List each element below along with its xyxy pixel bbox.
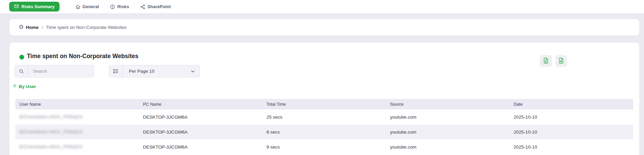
home-icon (75, 4, 81, 10)
breadcrumb-separator: / (42, 25, 43, 30)
chevron-down-icon (190, 69, 195, 74)
nav-tabs: General Risks SharePoint (64, 4, 171, 10)
cell-user-name-blurred: BZCwinbdwks-84O1_P05bQ23 (15, 115, 139, 119)
group-by-user-label: By User (19, 84, 36, 89)
home-icon (19, 24, 24, 31)
top-navbar: Risks Summary General Risks SharePoint (0, 0, 644, 14)
table-header-row: User Name PC Name Total Time Source Date (15, 99, 633, 109)
breadcrumb-home-label: Home (26, 25, 39, 30)
file-pdf-icon (558, 57, 564, 65)
gear-icon (13, 84, 17, 89)
file-excel-icon (543, 57, 549, 65)
table-row: BZCwinbdwks-84O1_P05bQ23 DESKTOP-3JCGM6A… (15, 139, 633, 154)
export-buttons (540, 55, 567, 67)
cell-pc-name: DESKTOP-3JCGM6A (139, 115, 262, 120)
tab-general[interactable]: General (75, 4, 99, 10)
status-dot (19, 55, 24, 59)
numbered-list-icon (109, 65, 123, 77)
breadcrumb-home-link[interactable]: Home (19, 24, 39, 31)
column-header-user-name: User Name (15, 102, 139, 107)
cell-date: 2025-10-10 (510, 144, 633, 150)
breadcrumb: Home / Time spent on Non-Corporate Websi… (10, 19, 639, 35)
cell-total-time: 25 secs (262, 115, 386, 120)
cell-total-time: 6 secs (262, 130, 386, 135)
export-excel-button[interactable] (540, 55, 552, 67)
column-header-pc-name: PC Name (139, 102, 262, 107)
report-panel: Time spent on Non-Corporate Websites Per… (10, 42, 639, 155)
alert-circle-icon (110, 4, 115, 10)
cell-pc-name: DESKTOP-3JCGM6A (139, 130, 262, 135)
cell-source: youtube.com (386, 115, 509, 120)
cell-pc-name: DESKTOP-3JCGM6A (139, 144, 262, 150)
cell-date: 2025-10-10 (510, 130, 633, 135)
column-header-source: Source (386, 102, 509, 107)
group-by-user-link[interactable]: By User (13, 84, 36, 89)
table-row: BZCwinbdwks-84O1_P05bQ23 DESKTOP-3JCGM6A… (15, 109, 633, 124)
cell-total-time: 9 secs (262, 144, 386, 150)
cell-date: 2025-10-10 (510, 115, 633, 120)
column-header-total-time: Total Time (262, 102, 386, 107)
search-box (14, 65, 94, 78)
envelope-icon (14, 4, 19, 10)
search-input[interactable] (28, 69, 86, 74)
tab-sharepoint[interactable]: SharePoint (140, 4, 171, 10)
tab-general-label: General (83, 4, 99, 9)
table-row: BZCwinbdwks-84O1_P05bQ23 DESKTOP-3JCGM6A… (15, 124, 633, 139)
tab-risks[interactable]: Risks (110, 4, 129, 10)
results-table: User Name PC Name Total Time Source Date… (15, 99, 633, 154)
tab-sharepoint-label: SharePoint (148, 4, 171, 9)
search-icon (15, 65, 28, 77)
cell-user-name-blurred: BZCwinbdwks-84O1_P05bQ23 (15, 130, 139, 134)
column-header-date: Date (510, 102, 633, 107)
risks-summary-button[interactable]: Risks Summary (9, 2, 60, 12)
cell-source: youtube.com (386, 144, 509, 150)
report-title: Time spent on Non-Corporate Websites (27, 53, 138, 60)
export-pdf-button[interactable] (555, 55, 567, 67)
breadcrumb-current-page: Time spent on Non-Corporate Websites (46, 25, 126, 30)
share-icon (140, 4, 146, 10)
per-page-select[interactable]: Per Page 10 (109, 65, 200, 78)
cell-user-name-blurred: BZCwinbdwks-84O1_P05bQ23 (15, 144, 139, 149)
cell-source: youtube.com (386, 130, 509, 135)
tab-risks-label: Risks (117, 4, 129, 9)
risks-summary-label: Risks Summary (21, 4, 55, 9)
per-page-value: Per Page 10 (123, 69, 190, 74)
